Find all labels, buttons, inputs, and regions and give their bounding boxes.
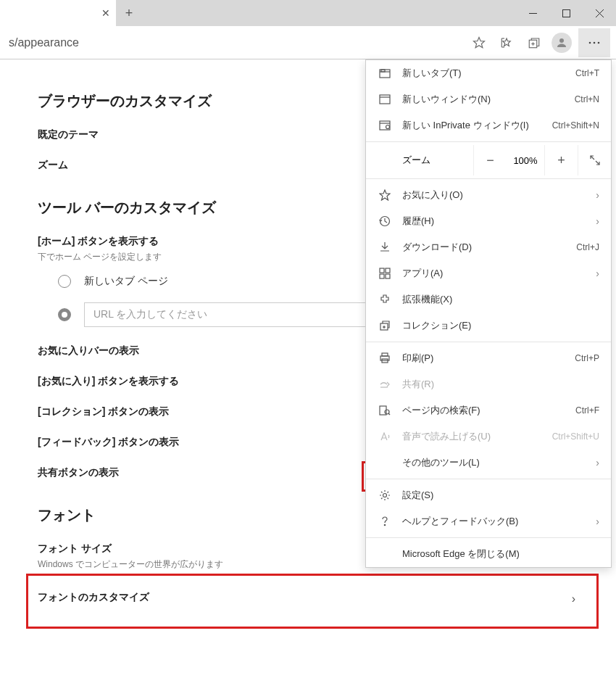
svg-point-23 [386,125,390,129]
menu-apps[interactable]: アプリ(A) › [366,260,611,286]
chevron-right-icon: › [596,215,599,227]
browser-tab[interactable]: ✕ [0,0,116,26]
read-aloud-icon [378,431,392,442]
collections-icon [378,320,392,331]
svg-rect-29 [386,274,390,278]
menu-separator [366,141,611,142]
new-tab-icon [378,67,392,79]
zoom-value: 100% [507,155,544,166]
maximize-button[interactable] [549,0,583,26]
find-icon [378,405,392,416]
chevron-right-icon: › [596,457,599,468]
menu-settings[interactable]: 設定(S) [366,482,611,508]
inprivate-icon [378,120,392,131]
menu-read-aloud: 音声で読み上げる(U) Ctrl+Shift+U [366,423,611,450]
svg-marker-5 [503,38,511,46]
svg-line-38 [388,413,390,415]
svg-rect-28 [380,274,384,278]
svg-point-14 [594,41,596,44]
gear-icon [378,489,392,501]
zoom-in-button[interactable]: + [544,145,578,175]
svg-point-13 [589,41,591,44]
menu-separator [366,537,611,538]
download-icon [378,241,392,253]
menu-close-edge[interactable]: Microsoft Edge を閉じる(M) [366,541,611,567]
radio-icon [58,275,71,288]
star-icon [378,189,392,201]
menu-print[interactable]: 印刷(P) Ctrl+P [366,345,611,371]
profile-avatar[interactable] [548,29,575,57]
svg-point-40 [384,524,385,525]
font-customize-label: フォントのカスタマイズ [38,591,149,604]
fullscreen-button[interactable] [578,145,611,175]
menu-separator [366,342,611,342]
chevron-right-icon: › [572,592,575,606]
more-menu-button[interactable] [578,28,610,57]
chevron-right-icon: › [596,516,599,527]
svg-rect-18 [381,70,385,72]
chevron-right-icon: › [596,268,599,279]
new-tab-button[interactable]: + [116,0,142,26]
minimize-button[interactable] [516,0,549,26]
help-icon [378,516,392,527]
menu-inprivate[interactable]: 新しい InPrivate ウィンドウ(I) Ctrl+Shift+N [366,112,611,139]
menu-find[interactable]: ページ内の検索(F) Ctrl+F [366,397,611,423]
svg-rect-19 [380,95,390,104]
radio-icon-selected [58,308,71,321]
menu-extensions[interactable]: 拡張機能(X) [366,286,611,313]
collections-icon[interactable] [520,29,548,57]
apps-icon [378,268,392,279]
menu-history[interactable]: 履歴(H) › [366,208,611,234]
close-window-button[interactable] [583,0,616,26]
new-window-icon [378,94,392,105]
chevron-right-icon: › [596,189,599,201]
svg-rect-27 [386,268,390,273]
font-size-label: フォント サイズ [38,542,223,555]
menu-other-tools[interactable]: その他のツール(L) › [366,450,611,476]
svg-marker-24 [380,190,390,200]
more-menu: 新しいタブ(T) Ctrl+T 新しいウィンドウ(N) Ctrl+N 新しい I… [365,59,612,568]
svg-rect-1 [562,9,570,17]
svg-rect-26 [380,268,384,273]
svg-marker-4 [474,37,485,47]
menu-collections[interactable]: コレクション(E) [366,313,611,339]
print-icon [378,352,392,364]
svg-point-39 [383,494,387,497]
titlebar: ✕ + [0,0,616,26]
address-bar: s/appearance [0,26,616,59]
history-icon [378,215,392,227]
menu-new-tab[interactable]: 新しいタブ(T) Ctrl+T [366,60,611,86]
menu-downloads[interactable]: ダウンロード(D) Ctrl+J [366,234,611,260]
menu-help[interactable]: ヘルプとフィードバック(B) › [366,508,611,534]
svg-point-12 [559,38,564,43]
radio-label: 新しいタブ ページ [84,275,168,288]
close-tab-icon[interactable]: ✕ [101,7,110,19]
zoom-out-button[interactable]: − [473,145,507,175]
menu-share: 共有(R) [366,371,611,397]
font-size-subtext: Windows でコンピューターの世界が広がります [38,558,223,571]
menu-favorites[interactable]: お気に入り(O) › [366,182,611,208]
menu-separator [366,479,611,479]
share-icon [378,379,392,390]
menu-separator [366,178,611,179]
menu-zoom: ズーム − 100% + [366,145,611,175]
url-text[interactable]: s/appearance [6,36,465,49]
font-customize-row[interactable]: フォントのカスタマイズ › [38,591,616,607]
favorites-icon[interactable] [493,29,520,57]
window-controls [516,0,616,26]
svg-point-15 [598,41,600,44]
extension-icon [378,294,392,305]
favorite-star-icon[interactable] [465,29,493,57]
menu-new-window[interactable]: 新しいウィンドウ(N) Ctrl+N [366,86,611,112]
svg-rect-33 [382,353,388,356]
